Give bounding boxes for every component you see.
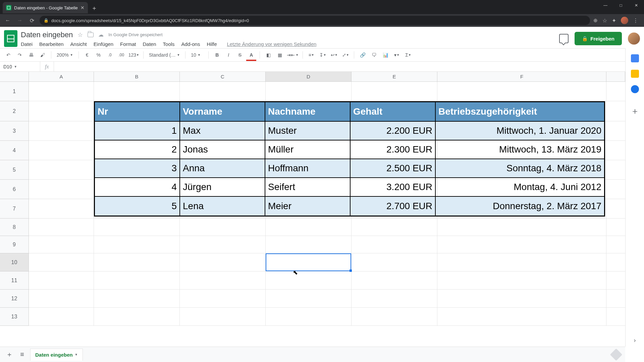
insert-link-icon[interactable]: 🔗 — [358, 50, 367, 60]
last-edit-link[interactable]: Letzte Änderung vor wenigen Sekunden — [227, 41, 316, 47]
data-cell[interactable]: Vorname — [180, 102, 265, 122]
all-sheets-button[interactable]: ≡ — [17, 350, 27, 359]
data-cell[interactable]: Anna — [180, 159, 265, 178]
data-cell[interactable]: 5 — [95, 197, 180, 216]
nav-back-icon[interactable]: ← — [3, 16, 12, 25]
browser-menu-icon[interactable]: ⋮ — [633, 17, 639, 24]
data-cell[interactable]: Meier — [265, 197, 351, 216]
row-header[interactable]: 13 — [0, 308, 29, 326]
extensions-icon[interactable]: ✦ — [612, 17, 616, 24]
data-cell[interactable]: Seifert — [265, 178, 351, 197]
menu-view[interactable]: Ansicht — [70, 41, 87, 47]
bold-icon[interactable]: B — [213, 50, 221, 60]
explore-icon[interactable] — [610, 348, 623, 361]
data-cell[interactable]: 3.200 EUR — [351, 178, 436, 197]
address-bar[interactable]: 🔒 docs.google.com/spreadsheets/d/15_k45N… — [40, 16, 590, 25]
comments-icon[interactable] — [559, 34, 569, 43]
column-header[interactable]: A — [29, 72, 94, 81]
star-icon[interactable]: ☆ — [77, 31, 83, 39]
row-header[interactable]: 8 — [0, 219, 29, 236]
menu-addons[interactable]: Add-ons — [181, 41, 200, 47]
data-cell[interactable]: 2.200 EUR — [351, 122, 436, 140]
profile-avatar-icon[interactable] — [621, 17, 628, 24]
h-align-icon[interactable]: ≡▼ — [307, 50, 316, 60]
text-wrap-icon[interactable]: ↩▼ — [330, 50, 338, 60]
data-cell[interactable]: Montag, 4. Juni 2012 — [436, 178, 604, 197]
data-cell[interactable]: 4 — [95, 178, 180, 197]
new-tab-button[interactable]: ＋ — [91, 4, 97, 12]
document-title[interactable]: Daten eingeben — [21, 31, 73, 39]
nav-reload-icon[interactable]: ⟳ — [28, 16, 36, 25]
insert-comment-icon[interactable]: 🗨 — [370, 50, 378, 60]
column-header[interactable]: F — [437, 72, 606, 81]
sheets-logo-icon[interactable] — [4, 30, 17, 47]
row-header[interactable]: 12 — [0, 290, 29, 308]
row-header[interactable]: 5 — [0, 160, 29, 180]
data-cell[interactable]: Müller — [265, 140, 351, 159]
tasks-addon-icon[interactable] — [631, 85, 639, 93]
data-cell[interactable]: Jürgen — [180, 178, 265, 197]
insert-chart-icon[interactable]: 📊 — [381, 50, 390, 60]
window-close-icon[interactable]: ✕ — [629, 0, 644, 11]
increase-decimal-icon[interactable]: .00 — [117, 50, 126, 60]
menu-help[interactable]: Hilfe — [207, 41, 217, 47]
data-cell[interactable]: Mittwoch, 13. März 2019 — [436, 140, 604, 159]
data-cell[interactable]: Lena — [180, 197, 265, 216]
bookmark-star-icon[interactable]: ☆ — [602, 17, 607, 24]
filter-icon[interactable]: ▾▼ — [392, 50, 401, 60]
browser-tab[interactable]: Daten eingeben - Google Tabelle ✕ — [3, 2, 88, 13]
menu-data[interactable]: Daten — [143, 41, 156, 47]
row-header[interactable]: 1 — [0, 82, 29, 101]
row-header[interactable]: 9 — [0, 236, 29, 253]
data-cell[interactable]: Betriebszugehörigkeit — [436, 102, 604, 122]
decrease-decimal-icon[interactable]: .0 — [106, 50, 114, 60]
v-align-icon[interactable]: ↧▼ — [318, 50, 327, 60]
menu-format[interactable]: Format — [120, 41, 136, 47]
menu-edit[interactable]: Bearbeiten — [39, 41, 64, 47]
italic-icon[interactable]: I — [224, 50, 233, 60]
row-header[interactable]: 2 — [0, 101, 29, 121]
row-header[interactable]: 7 — [0, 199, 29, 219]
merge-cells-icon[interactable]: ⇥⇤▼ — [287, 50, 299, 60]
row-header[interactable]: 10 — [0, 253, 29, 272]
zoom-icon[interactable]: ⊕ — [593, 17, 598, 23]
fill-handle[interactable] — [350, 269, 352, 272]
menu-tools[interactable]: Tools — [163, 41, 175, 47]
column-header[interactable]: C — [180, 72, 266, 81]
data-cell[interactable]: Jonas — [180, 140, 265, 159]
keep-addon-icon[interactable] — [631, 70, 639, 78]
window-maximize-icon[interactable]: □ — [613, 0, 629, 11]
account-avatar-icon[interactable] — [628, 33, 640, 45]
tab-close-icon[interactable]: ✕ — [80, 5, 85, 10]
move-folder-icon[interactable] — [88, 33, 94, 37]
data-cell[interactable]: Sonntag, 4. März 2018 — [436, 159, 604, 178]
more-formats-select[interactable]: 123▼ — [128, 50, 139, 60]
data-cell[interactable]: Hoffmann — [265, 159, 351, 178]
row-header[interactable]: 4 — [0, 141, 29, 160]
spreadsheet-grid[interactable]: ABCDEF 12345678910111213 NrVornameNachna… — [0, 72, 625, 347]
sheet-tab[interactable]: Daten eingeben ▼ — [30, 349, 83, 361]
row-header[interactable]: 3 — [0, 121, 29, 141]
zoom-select[interactable]: 200%▼ — [55, 52, 74, 58]
side-panel-collapse-icon[interactable]: › — [634, 337, 636, 344]
font-size-select[interactable]: 10▼ — [190, 52, 204, 58]
column-header[interactable]: D — [266, 72, 352, 81]
format-percent-icon[interactable]: % — [94, 50, 103, 60]
data-cell[interactable]: Nachname — [265, 102, 351, 122]
menu-file[interactable]: Datei — [21, 41, 33, 47]
formula-input[interactable] — [54, 62, 644, 71]
row-header[interactable]: 6 — [0, 180, 29, 199]
data-cell[interactable]: 3 — [95, 159, 180, 178]
data-cell[interactable]: 2.300 EUR — [351, 140, 436, 159]
data-cell[interactable]: Mittwoch, 1. Januar 2020 — [436, 122, 604, 140]
name-box[interactable]: D10 ▼ — [0, 62, 40, 71]
window-minimize-icon[interactable]: — — [598, 0, 613, 11]
menu-insert[interactable]: Einfügen — [94, 41, 113, 47]
column-header[interactable]: E — [352, 72, 437, 81]
font-family-select[interactable]: Standard (…▼ — [148, 52, 181, 58]
add-addon-icon[interactable]: ＋ — [631, 105, 639, 117]
data-cell[interactable]: 2.500 EUR — [351, 159, 436, 178]
redo-icon[interactable]: ↷ — [15, 50, 24, 60]
data-cell[interactable]: Donnerstag, 2. März 2017 — [436, 197, 604, 216]
data-cell[interactable]: 2.700 EUR — [351, 197, 436, 216]
